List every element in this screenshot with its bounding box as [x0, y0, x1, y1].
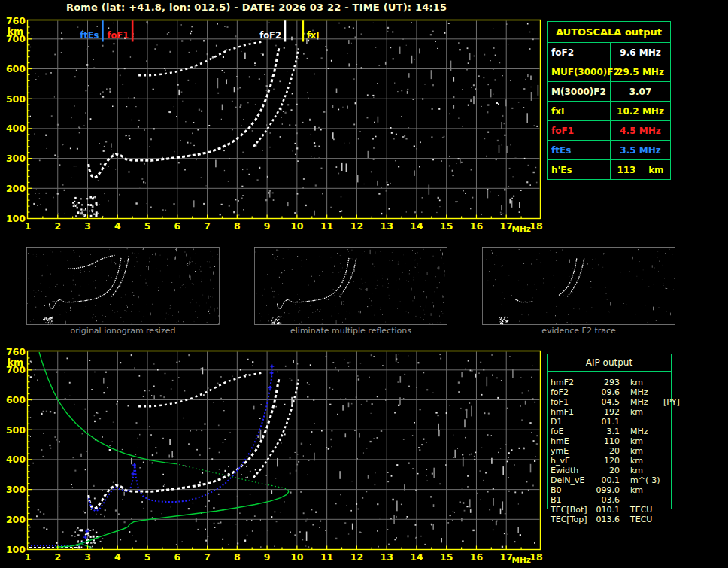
- y-tick-label: 500: [6, 424, 26, 436]
- x-tick-label: 12: [350, 220, 363, 232]
- x-tick-label: 13: [380, 551, 393, 563]
- aip-unit: MHz: [630, 397, 662, 407]
- x-tick-label: 4: [114, 220, 121, 232]
- grid-lines: [29, 352, 540, 549]
- panel-caption-eliminate: eliminate multiple reflections: [254, 326, 447, 336]
- aip-table: hmF2293kmfoF209.6MHzfoF104.5MHz[PY]hmF11…: [547, 378, 682, 524]
- autoscala-value: 4.5 MHz: [611, 121, 670, 140]
- x-tick-label: 8: [234, 220, 241, 232]
- aip-param: foF1: [547, 397, 593, 407]
- x-tick-label: 15: [440, 220, 453, 232]
- autoscala-value: 113 km: [611, 160, 670, 179]
- y-tick-label: 600: [6, 63, 26, 74]
- autoscala-row-ftEs: ftEs3.5 MHz: [548, 141, 670, 160]
- x-tick-label: 8: [234, 551, 241, 563]
- aip-unit: km: [630, 485, 662, 495]
- aip-row-TECBot: TEC[Bot]010.1TECU: [547, 505, 682, 515]
- aip-unit: km: [630, 466, 662, 475]
- autoscala-value: 9.6 MHz: [611, 43, 670, 62]
- aip-value: 09.6: [593, 387, 620, 397]
- x-tick-label: 4: [114, 551, 121, 563]
- x-tick-label: 2: [54, 551, 61, 563]
- x-axis-labels: 123456789101112131415161718MHz: [25, 220, 543, 233]
- y-tick-label: 400: [6, 454, 26, 465]
- y-tick-label: 600: [6, 394, 26, 405]
- aip-row-TECTop: TEC[Top]013.6TECU: [547, 515, 682, 524]
- autoscala-output-screen: Rome (lat: +41.8, lon: 012.5) - DATE: 20…: [0, 0, 728, 568]
- y-axis-unit: km: [8, 26, 23, 37]
- aip-row-hmE: hmE110km: [547, 436, 682, 446]
- panel-border: [255, 248, 447, 325]
- x-axis-unit: MHz: [512, 555, 531, 564]
- aip-value: 192: [593, 407, 620, 417]
- scaled-frequency-markers: ftEsfoF1foF2fxI: [80, 20, 319, 41]
- aip-value: 110: [593, 436, 620, 446]
- x-tick-label: 5: [144, 551, 151, 563]
- aip-row-DelNvE: DelN_vE00.1m^(-3): [547, 475, 682, 485]
- x-tick-label: 17: [500, 220, 513, 232]
- aip-value: 20: [593, 466, 620, 475]
- x-tick-label: 2: [54, 220, 61, 232]
- autoscala-row-MUF3000F2: MUF(3000)F229.5 MHz: [548, 62, 670, 82]
- autoscala-row-M3000F2: M(3000)F23.07: [548, 82, 670, 102]
- aip-param: foF2: [547, 387, 593, 397]
- panel-content: [27, 248, 220, 325]
- autoscala-row-fxI: fxI10.2 MHz: [548, 102, 670, 121]
- x-tick-label: 14: [410, 551, 423, 563]
- x-tick-label: 10: [290, 220, 304, 232]
- y-tick-label: 300: [6, 153, 26, 164]
- x-tick-label: 3: [84, 551, 91, 563]
- autoscala-param: foF1: [548, 121, 611, 140]
- y-axis-labels: 760700600500400300200100km: [6, 346, 26, 554]
- aip-unit: km: [630, 378, 662, 387]
- x-tick-label: 17: [500, 551, 513, 563]
- y-tick-label: 100: [6, 213, 26, 224]
- panel-eliminate-reflections: [254, 247, 447, 325]
- autoscala-row-foF2: foF29.6 MHz: [548, 43, 670, 62]
- y-tick-label: 100: [6, 544, 26, 555]
- aip-unit: km: [630, 436, 662, 446]
- panel-original-ionogram: [26, 247, 220, 325]
- autoscala-row-foF1: foF14.5 MHz: [548, 121, 670, 141]
- aip-row-hvE: h_vE120km: [547, 456, 682, 466]
- aip-row-ymE: ymE20km: [547, 446, 682, 456]
- aip-value: 099.0: [593, 485, 620, 495]
- x-tick-label: 5: [144, 220, 151, 232]
- y-axis-unit: km: [8, 357, 23, 368]
- marker-label-fxI: fxI: [307, 30, 320, 41]
- panel-caption-evidence: evidence F2 trace: [482, 326, 675, 336]
- aip-table-title: AIP output: [547, 354, 672, 372]
- aip-value: 01.1: [593, 417, 620, 427]
- x-tick-label: 7: [204, 551, 211, 563]
- aip-param: hmE: [547, 436, 593, 446]
- x-tick-label: 9: [264, 220, 271, 232]
- aip-unit: km: [630, 446, 662, 456]
- plot-frame: [28, 351, 541, 550]
- aip-value: 293: [593, 378, 620, 387]
- aip-unit: TECU: [630, 505, 662, 515]
- aip-param: Ewidth: [547, 466, 593, 475]
- aip-unit: TECU: [630, 515, 662, 524]
- x-axis-labels: 123456789101112131415161718MHz: [25, 551, 543, 564]
- aip-row-B0: B0099.0km: [547, 485, 682, 495]
- aip-value: 03.6: [593, 495, 620, 505]
- autoscala-table-title: AUTOSCALA output: [548, 22, 670, 43]
- x-tick-label: 18: [529, 220, 542, 232]
- marker-label-ftEs: ftEs: [80, 30, 99, 41]
- aip-unit: m^(-3): [630, 475, 662, 485]
- aip-row-B1: B103.6: [547, 495, 682, 505]
- aip-row-hmF1: hmF1192km: [547, 407, 682, 417]
- aip-unit: [630, 495, 662, 505]
- marker-label-foF1: foF1: [107, 30, 129, 41]
- aip-param: hmF1: [547, 407, 593, 417]
- aip-param: h_vE: [547, 456, 593, 466]
- aip-row-hmF2: hmF2293km: [547, 378, 682, 387]
- aip-value: 20: [593, 446, 620, 456]
- aip-param: B0: [547, 485, 593, 495]
- aip-value: 00.1: [593, 475, 620, 485]
- aip-param: TEC[Bot]: [547, 505, 593, 515]
- aip-param: B1: [547, 495, 593, 505]
- aip-param: hmF2: [547, 378, 593, 387]
- autoscala-param: MUF(3000)F2: [548, 62, 611, 81]
- aip-unit: MHz: [630, 427, 662, 436]
